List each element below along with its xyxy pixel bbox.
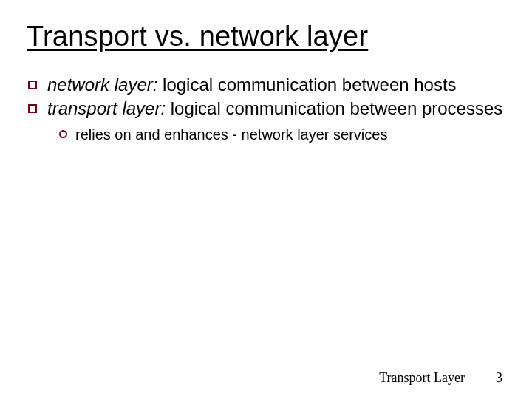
footer-label: Transport Layer — [379, 370, 465, 386]
list-item: network layer: logical communication bet… — [27, 74, 505, 97]
bullet-text: logical communication between processes — [166, 98, 502, 118]
list-item: transport layer: logical communication b… — [27, 98, 505, 120]
slide-title: Transport vs. network layer — [27, 21, 505, 53]
bullet-list: network layer: logical communication bet… — [27, 74, 505, 120]
bullet-text: logical communication between hosts — [157, 75, 456, 95]
square-bullet-icon — [28, 81, 37, 89]
slide-footer: Transport Layer 3 — [379, 370, 502, 386]
sub-bullet-list: relies on and enhances - network layer s… — [27, 125, 505, 144]
circle-bullet-icon — [59, 130, 67, 138]
sub-bullet-text: relies on and enhances - network layer s… — [75, 126, 387, 143]
bullet-prefix: transport layer: — [47, 98, 166, 118]
slide: Transport vs. network layer network laye… — [0, 0, 532, 399]
bullet-prefix: network layer: — [47, 75, 157, 95]
list-item: relies on and enhances - network layer s… — [27, 125, 505, 144]
square-bullet-icon — [28, 104, 37, 113]
page-number: 3 — [496, 370, 502, 386]
